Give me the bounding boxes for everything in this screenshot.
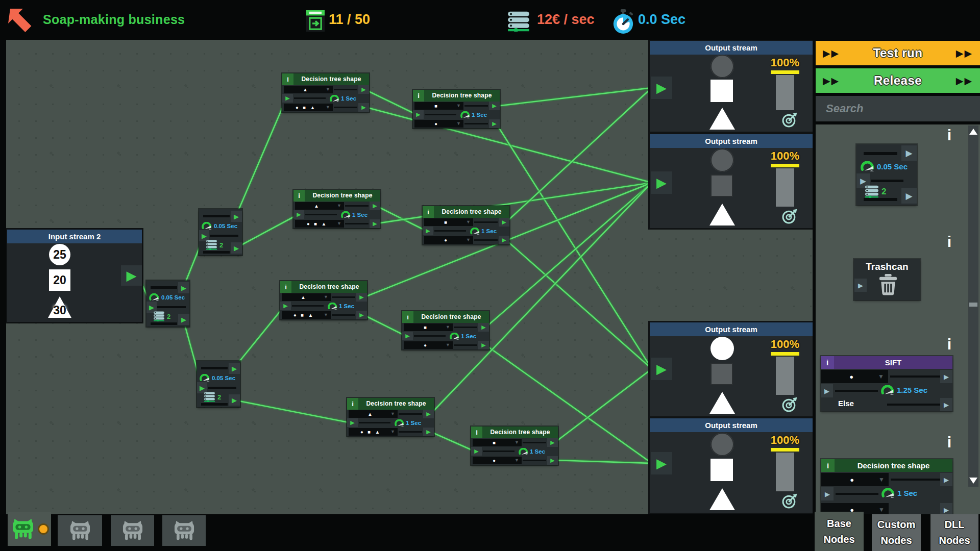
scroll-down-icon[interactable] [969, 478, 977, 484]
output-port[interactable]: ▶ [178, 314, 189, 325]
info-icon[interactable]: i [280, 281, 291, 293]
output-stream-panel[interactable]: Output stream ▶ 100% [650, 134, 813, 228]
shape-selector[interactable]: ● ■ ▲ ▼ [349, 428, 398, 436]
output-port[interactable]: ▶ [940, 370, 952, 383]
decision-tree-node[interactable]: i Decision tree shape ▲ ▼ ▶ ▶ 1 Sec ● ■ … [282, 73, 369, 112]
scroll-thumb[interactable] [969, 303, 977, 307]
input-stream-panel[interactable]: Input stream 2 252030 ▶ [7, 230, 142, 322]
info-icon[interactable]: i [821, 459, 835, 472]
shape-selector[interactable]: ▲ ▼ [349, 410, 398, 418]
output-port[interactable]: ▶ [901, 145, 917, 161]
node-palette[interactable]: i i i i ▶ 0.05 Sec ▶ [816, 124, 980, 514]
input-port[interactable]: ▶ [282, 94, 293, 103]
info-icon[interactable]: i [423, 206, 434, 218]
output-stream-input-port[interactable]: ▶ [651, 452, 672, 474]
shape-selector[interactable]: ● ▼ [821, 473, 889, 486]
output-port[interactable]: ▶ [478, 323, 489, 332]
output-port[interactable]: ▶ [940, 503, 952, 514]
decision-tree-node[interactable]: i Decision tree shape ▲ ▼ ▶ ▶ 1 Sec ● ■ … [347, 398, 434, 436]
input-port[interactable]: ▶ [821, 384, 833, 397]
target-icon-wrap[interactable] [781, 111, 798, 130]
target-icon-wrap[interactable] [781, 208, 798, 227]
shape-selector[interactable]: ● ▼ [414, 120, 463, 128]
decision-tree-node[interactable]: i Decision tree shape ■ ▼ ▶ ▶ 1 Sec ● ▼ … [423, 206, 509, 244]
employee-slot-3[interactable] [111, 515, 154, 546]
output-port[interactable]: ▶ [178, 282, 189, 293]
input-port[interactable]: ▶ [347, 418, 358, 427]
shape-selector[interactable]: ▲ ▼ [282, 293, 331, 301]
info-icon[interactable]: i [471, 427, 482, 438]
output-port[interactable]: ▶ [901, 188, 917, 204]
decision-tree-node[interactable]: i Decision tree shape ▲ ▼ ▶ ▶ 1 Sec ● ■ … [293, 190, 380, 228]
output-port[interactable]: ▶ [231, 211, 242, 222]
shape-selector[interactable]: ● ■ ▲ ▼ [284, 104, 333, 111]
output-port[interactable]: ▶ [229, 394, 240, 406]
shape-selector[interactable]: ■ ▼ [473, 439, 522, 446]
info-icon[interactable]: i [944, 234, 954, 249]
output-port[interactable]: ▶ [489, 119, 500, 128]
input-port[interactable]: ▶ [821, 487, 834, 500]
employee-slot-1[interactable] [8, 512, 51, 546]
release-button[interactable]: ▶▶ Release ▶▶ [816, 68, 980, 93]
info-icon[interactable]: i [402, 311, 413, 323]
info-icon[interactable]: i [293, 190, 305, 202]
shape-selector[interactable]: ■ ▼ [424, 218, 473, 226]
shape-selector[interactable]: ▲ ▼ [295, 202, 344, 210]
output-stream-input-port[interactable]: ▶ [651, 358, 672, 380]
shape-selector[interactable]: ● ■ ▲ ▼ [295, 220, 344, 228]
output-stream-panel[interactable]: Output stream ▶ 100% [650, 41, 813, 132]
output-port[interactable]: ▶ [499, 218, 509, 227]
input-port[interactable]: ▶ [854, 279, 867, 292]
condition-selector[interactable]: ● ▼ [821, 370, 888, 383]
output-port[interactable]: ▶ [940, 473, 952, 486]
info-icon[interactable]: i [944, 128, 954, 143]
input-port[interactable]: ▶ [293, 210, 304, 219]
decision-tree-node[interactable]: i Decision tree shape ■ ▼ ▶ ▶ 1 Sec ● ▼ … [413, 90, 500, 128]
node-canvas[interactable]: Input stream 2 252030 ▶ ▶ 0.05 Sec ▶ 2 ▶… [6, 40, 813, 514]
palette-scrollbar[interactable] [968, 126, 978, 487]
output-port[interactable]: ▶ [356, 293, 367, 302]
output-port[interactable]: ▶ [370, 202, 380, 210]
shape-selector[interactable]: ■ ▼ [404, 323, 453, 331]
output-port[interactable]: ▶ [370, 219, 380, 228]
palette-trashcan-node[interactable]: Trashcan ▶ [854, 259, 920, 300]
output-stream-panel[interactable]: Output stream ▶ 100% [650, 418, 813, 513]
employee-slot-4[interactable] [162, 515, 206, 546]
output-port[interactable]: ▶ [489, 102, 500, 110]
output-port[interactable]: ▶ [358, 103, 369, 112]
back-arrow-logo[interactable] [8, 7, 36, 33]
decision-tree-node[interactable]: i Decision tree shape ■ ▼ ▶ ▶ 1 Sec ● ▼ … [471, 427, 558, 465]
search-input[interactable] [816, 96, 980, 121]
input-port[interactable]: ▶ [280, 302, 291, 310]
input-stream-output-port[interactable]: ▶ [121, 265, 142, 286]
shape-selector[interactable]: ● ▼ [404, 341, 453, 349]
target-icon-wrap[interactable] [781, 492, 798, 511]
output-port[interactable]: ▶ [940, 398, 952, 411]
output-port[interactable]: ▶ [356, 311, 367, 319]
tab-dll-nodes[interactable]: DLL Nodes [930, 514, 978, 551]
tab-custom-nodes[interactable]: Custom Nodes [872, 514, 921, 551]
delay-node[interactable]: ▶ 0.05 Sec ▶ 2 ▶ [146, 281, 189, 327]
info-icon[interactable]: i [821, 356, 834, 369]
output-port[interactable]: ▶ [358, 85, 369, 94]
tab-base-nodes[interactable]: Base Nodes [815, 512, 864, 551]
shape-selector[interactable]: ● ▼ [473, 457, 522, 464]
shape-selector[interactable]: ■ ▼ [414, 102, 463, 110]
decision-tree-node[interactable]: i Decision tree shape ▲ ▼ ▶ ▶ 1 Sec ● ■ … [280, 281, 367, 319]
shape-selector[interactable]: ▲ ▼ [284, 86, 333, 93]
output-port[interactable]: ▶ [231, 242, 242, 254]
palette-decision-node[interactable]: i Decision tree shape ● ▼ ▶ ▶ 1 Sec ● ▼ [821, 459, 952, 514]
output-port[interactable]: ▶ [478, 341, 489, 349]
target-icon-wrap[interactable] [781, 396, 798, 415]
output-port[interactable]: ▶ [499, 236, 509, 244]
shape-selector[interactable]: ● ▼ [424, 236, 473, 244]
scroll-up-icon[interactable] [969, 129, 977, 135]
output-port[interactable]: ▶ [229, 363, 240, 374]
input-port[interactable]: ▶ [423, 227, 433, 235]
delay-node[interactable]: ▶ 0.05 Sec ▶ 2 ▶ [199, 209, 242, 255]
output-port[interactable]: ▶ [423, 428, 434, 436]
shape-selector[interactable]: ● ■ ▲ ▼ [282, 311, 331, 319]
output-stream-panel[interactable]: Output stream ▶ 100% [650, 322, 813, 416]
decision-tree-node[interactable]: i Decision tree shape ■ ▼ ▶ ▶ 1 Sec ● ▼ … [402, 311, 489, 349]
palette-sift-node[interactable]: i SIFT ● ▼ ▶ ▶ 1.25 Sec Else ▶ [821, 356, 952, 411]
